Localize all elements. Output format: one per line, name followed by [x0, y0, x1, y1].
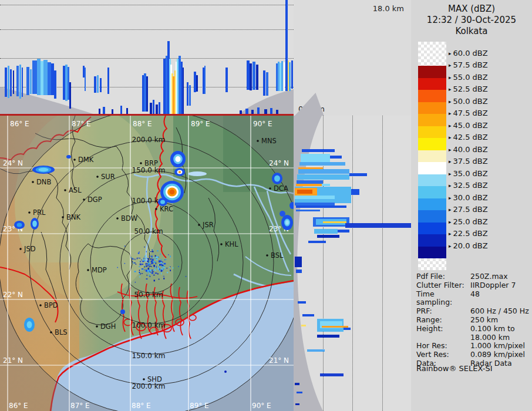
dbz-level-label: ▸52.5 dBZ — [449, 85, 488, 93]
svg-text:86° E: 86° E — [9, 402, 28, 410]
dbz-level-label: ▸50.0 dBZ — [449, 97, 488, 106]
echo-bar — [43, 60, 48, 95]
echo-bar — [345, 223, 411, 228]
echo-bar — [349, 173, 367, 176]
echo-bar — [153, 100, 154, 116]
echo-bar — [322, 184, 330, 186]
echo-bar — [301, 325, 306, 326]
level-arrow-icon: ▸ — [449, 195, 452, 201]
level-arrow-icon: ▸ — [449, 75, 452, 80]
colorbar-checker-bottom — [418, 258, 446, 270]
echo-bar — [22, 68, 23, 97]
city-label: BNK — [66, 213, 80, 221]
max-height-label: 18.0 km — [373, 4, 404, 13]
svg-text:100.0 km: 100.0 km — [132, 321, 166, 329]
echo-bar — [295, 257, 302, 267]
svg-text:87° E: 87° E — [72, 120, 91, 128]
dbz-level-label: ▸42.5 dBZ — [449, 133, 488, 142]
legend-panel: MAX (dBZ) 12:32 / 30-Oct-2025 Kolkata ▸6… — [411, 0, 532, 411]
echo-bar — [54, 70, 56, 99]
info-row: 18.000 km — [416, 333, 529, 342]
echo-bar — [296, 269, 302, 273]
echo-bar — [351, 189, 359, 195]
colorbar-band — [418, 174, 446, 187]
city-label: BLS — [55, 328, 68, 336]
radar-map: 86° E86° E87° E87° E88° E88° E89° E89° E… — [0, 116, 294, 411]
level-arrow-icon: ▸ — [449, 183, 452, 188]
echo-bar — [296, 210, 320, 211]
colorbar-band — [418, 114, 446, 126]
echo-bar — [299, 162, 345, 166]
colorbar-band — [418, 66, 446, 78]
colorbar-band — [418, 247, 446, 259]
svg-text:21° N: 21° N — [269, 356, 289, 365]
echo-bar — [317, 235, 339, 238]
echo-bar — [263, 70, 265, 96]
software-brand: Rainbow® SELEX-SI — [416, 364, 493, 373]
echo-bar — [317, 335, 339, 338]
level-arrow-icon: ▸ — [449, 207, 452, 213]
dbz-level-label: ▸20.0 dBZ — [449, 241, 488, 250]
city-label: BRP — [144, 159, 158, 167]
echo-bar — [19, 65, 21, 99]
svg-text:90° E: 90° E — [252, 402, 271, 410]
echo-bar — [107, 68, 109, 94]
echo-bar — [297, 392, 302, 393]
dbz-level-label: ▸47.5 dBZ — [449, 109, 488, 117]
echo-bar — [291, 60, 293, 89]
city-label: ASL — [69, 186, 82, 194]
colorbar-band — [418, 234, 446, 247]
info-row: Height:0.100 km to — [416, 325, 529, 333]
colorbar-band — [418, 198, 446, 211]
info-row: Vert Res:0.089 km/pixel — [416, 351, 529, 359]
city-label: KHL — [225, 240, 238, 248]
dbz-level-label: ▸35.0 dBZ — [449, 169, 488, 178]
echo-bar — [266, 72, 268, 96]
echo-bar — [298, 301, 306, 304]
city-label: BPD — [44, 301, 58, 309]
dbz-level-label: ▸45.0 dBZ — [449, 121, 488, 130]
level-arrow-icon: ▸ — [449, 147, 452, 153]
echo-bar — [297, 190, 312, 194]
city-label: DGP — [87, 196, 102, 204]
top-height-profile-panel — [0, 0, 294, 116]
echo-bar — [308, 241, 326, 243]
dbz-level-label: ▸60.0 dBZ — [449, 49, 488, 58]
city-label: PRL — [33, 208, 46, 217]
svg-text:24° N: 24° N — [3, 159, 23, 167]
echo-bar — [32, 60, 37, 94]
svg-text:200.0 km: 200.0 km — [132, 382, 166, 390]
echo-bar — [13, 70, 14, 94]
svg-text:21° N: 21° N — [3, 356, 23, 365]
colorbar-band — [418, 126, 446, 139]
dbz-level-label: ▸40.0 dBZ — [449, 145, 488, 154]
svg-text:89° E: 89° E — [191, 120, 210, 128]
info-row: Pdf File:250Z.max — [416, 272, 529, 281]
city-label: JSD — [23, 245, 36, 253]
colorbar-band — [418, 162, 446, 174]
radar-map-panel: 86° E86° E87° E87° E88° E88° E89° E89° E… — [0, 116, 294, 411]
level-arrow-icon: ▸ — [449, 159, 452, 164]
city-label: DNB — [36, 178, 51, 186]
echo-bar — [295, 383, 299, 385]
svg-text:24° N: 24° N — [269, 159, 289, 167]
city-label: MNS — [261, 137, 277, 145]
product-title: MAX (dBZ) — [411, 4, 532, 15]
echo-bar — [344, 328, 351, 330]
level-arrow-icon: ▸ — [449, 50, 452, 56]
echo-bar — [189, 85, 191, 106]
echo-bar — [256, 65, 258, 90]
colorbar-checker-top — [418, 42, 446, 66]
echo-bar — [284, 62, 285, 91]
colorbar-band — [418, 223, 446, 235]
city-label: DGH — [100, 322, 116, 331]
city-label: SUR — [101, 173, 115, 181]
svg-text:22° N: 22° N — [3, 291, 23, 299]
svg-text:150.0 km: 150.0 km — [132, 352, 166, 360]
echo-bar — [30, 69, 32, 94]
echo-bar — [296, 184, 322, 186]
echo-bar — [296, 206, 346, 208]
echo-bar — [252, 62, 255, 90]
svg-text:50.0 km: 50.0 km — [134, 291, 163, 299]
echo-bar — [5, 68, 7, 97]
